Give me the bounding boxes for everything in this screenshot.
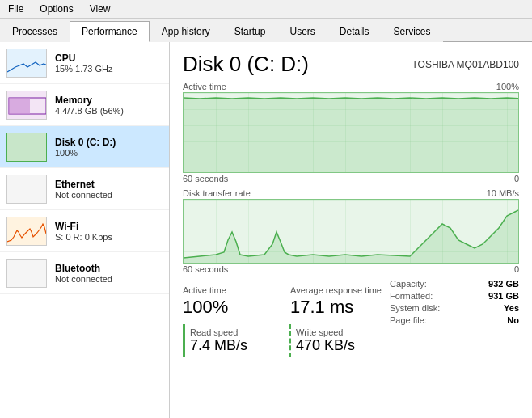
sidebar-item-ethernet[interactable]: Ethernet Not connected: [0, 168, 169, 210]
prop-formatted-val: 931 GB: [488, 291, 519, 301]
detail-title: Disk 0 (C: D:): [183, 52, 309, 77]
prop-page-file-key: Page file:: [390, 315, 427, 325]
prop-system-disk-val: Yes: [504, 303, 519, 313]
chart1-label: Active time: [183, 82, 226, 91]
ethernet-chart-icon: [7, 175, 47, 204]
svg-rect-5: [7, 175, 47, 204]
active-time-stat: Active time 100%: [183, 285, 274, 318]
chart2-footer: 60 seconds 0: [183, 264, 519, 274]
wifi-thumbnail: [6, 217, 47, 246]
bluetooth-thumbnail: [6, 259, 47, 288]
tab-processes[interactable]: Processes: [0, 21, 70, 42]
chart2-label: Disk transfer rate: [183, 188, 251, 198]
tab-details[interactable]: Details: [327, 21, 382, 42]
active-time-stat-label: Active time: [183, 285, 274, 295]
transfer-rate-chart: 7 MB/s: [183, 199, 519, 264]
tab-startup[interactable]: Startup: [222, 21, 278, 42]
chart2-max: 10 MB/s: [487, 188, 519, 198]
avg-response-value: 17.1 ms: [290, 297, 382, 318]
active-time-svg: [184, 93, 518, 173]
memory-thumbnail: [6, 91, 47, 120]
prop-capacity: Capacity: 932 GB: [390, 279, 519, 289]
active-time-stat-value: 100%: [183, 297, 274, 318]
sidebar-item-cpu[interactable]: CPU 15% 1.73 GHz: [0, 42, 169, 84]
bottom-stats: Active time 100% Average response time 1…: [183, 279, 519, 357]
chart2-header: Disk transfer rate 10 MB/s: [183, 188, 519, 198]
detail-header: Disk 0 (C: D:) TOSHIBA MQ01ABD100: [183, 52, 519, 77]
menu-file[interactable]: File: [3, 2, 28, 16]
chart2-footer-left: 60 seconds: [183, 264, 228, 274]
wifi-chart-icon: [7, 217, 47, 246]
bluetooth-label: Bluetooth: [55, 263, 163, 274]
prop-page-file: Page file: No: [390, 315, 519, 325]
read-speed-block: Read speed 7.4 MB/s: [183, 324, 276, 357]
detail-model: TOSHIBA MQ01ABD100: [412, 59, 519, 70]
ethernet-info: Ethernet Not connected: [55, 179, 163, 200]
disk-info: Disk 0 (C: D:) 100%: [55, 137, 163, 158]
speed-row: Read speed 7.4 MB/s Write speed 470 KB/s: [183, 324, 382, 357]
chart1-footer: 60 seconds 0: [183, 174, 519, 184]
tab-performance[interactable]: Performance: [70, 21, 150, 42]
bluetooth-chart-icon: [7, 260, 47, 288]
tab-services[interactable]: Services: [382, 21, 443, 42]
sidebar-item-bluetooth[interactable]: Bluetooth Not connected: [0, 252, 169, 294]
disk-label: Disk 0 (C: D:): [55, 137, 163, 148]
avg-response-stat: Average response time 17.1 ms: [290, 285, 382, 318]
disk-thumbnail: [6, 133, 47, 162]
read-speed-label: Read speed: [190, 327, 276, 337]
prop-formatted: Formatted: 931 GB: [390, 291, 519, 301]
memory-label: Memory: [55, 95, 163, 106]
cpu-label: CPU: [55, 53, 163, 64]
properties-section: Capacity: 932 GB Formatted: 931 GB Syste…: [390, 279, 519, 357]
prop-capacity-val: 932 GB: [488, 279, 519, 289]
ethernet-label: Ethernet: [55, 179, 163, 190]
cpu-thumbnail: [6, 49, 47, 78]
menu-view[interactable]: View: [85, 2, 116, 16]
write-speed-block: Write speed 470 KB/s: [289, 324, 382, 357]
prop-formatted-key: Formatted:: [390, 291, 433, 301]
main-content: CPU 15% 1.73 GHz Memory 4.4/7.8 GB (56%): [0, 42, 532, 418]
active-time-chart: [183, 92, 519, 173]
sidebar: CPU 15% 1.73 GHz Memory 4.4/7.8 GB (56%): [0, 42, 170, 418]
tab-app-history[interactable]: App history: [150, 21, 222, 42]
write-speed-value: 470 KB/s: [296, 337, 382, 354]
tab-bar: Processes Performance App history Startu…: [0, 19, 532, 42]
prop-system-disk-key: System disk:: [390, 303, 440, 313]
write-speed-label: Write speed: [296, 327, 382, 337]
menu-options[interactable]: Options: [35, 2, 78, 16]
prop-system-disk: System disk: Yes: [390, 303, 519, 313]
memory-value: 4.4/7.8 GB (56%): [55, 106, 163, 116]
chart1-footer-left: 60 seconds: [183, 174, 228, 184]
svg-rect-3: [9, 98, 30, 114]
disk-chart-icon: [7, 133, 47, 162]
sidebar-item-disk[interactable]: Disk 0 (C: D:) 100%: [0, 126, 169, 168]
svg-rect-7: [7, 260, 47, 288]
left-stats: Active time 100% Average response time 1…: [183, 279, 382, 357]
disk-value: 100%: [55, 148, 163, 158]
chart1-footer-right: 0: [514, 174, 519, 184]
svg-rect-4: [7, 133, 47, 162]
memory-chart-icon: [7, 91, 47, 120]
prop-capacity-key: Capacity:: [390, 279, 427, 289]
avg-response-label: Average response time: [290, 285, 382, 295]
prop-page-file-val: No: [507, 315, 519, 325]
cpu-info: CPU 15% 1.73 GHz: [55, 53, 163, 74]
sidebar-item-wifi[interactable]: Wi-Fi S: 0 R: 0 Kbps: [0, 210, 169, 252]
sidebar-item-memory[interactable]: Memory 4.4/7.8 GB (56%): [0, 84, 169, 126]
stats-row: Active time 100% Average response time 1…: [183, 285, 382, 318]
transfer-rate-svg: 7 MB/s: [184, 200, 518, 264]
svg-rect-0: [7, 49, 47, 78]
bluetooth-value: Not connected: [55, 274, 163, 284]
active-time-chart-container: Active time 100% 60 seconds: [183, 82, 519, 184]
chart2-footer-right: 0: [514, 264, 519, 274]
cpu-chart-icon: [7, 49, 47, 78]
memory-info: Memory 4.4/7.8 GB (56%): [55, 95, 163, 116]
transfer-rate-chart-container: Disk transfer rate 10 MB/s 7 MB/s: [183, 188, 519, 274]
detail-panel: Disk 0 (C: D:) TOSHIBA MQ01ABD100 Active…: [170, 42, 532, 418]
svg-marker-9: [184, 98, 518, 173]
read-speed-value: 7.4 MB/s: [190, 337, 276, 354]
cpu-value: 15% 1.73 GHz: [55, 64, 163, 74]
ethernet-value: Not connected: [55, 190, 163, 200]
tab-users[interactable]: Users: [277, 21, 327, 42]
bluetooth-info: Bluetooth Not connected: [55, 263, 163, 284]
